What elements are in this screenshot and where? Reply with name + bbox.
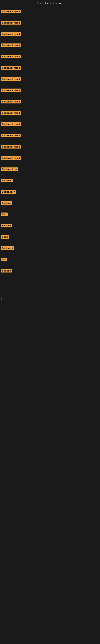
list-item[interactable]: Bottle: [0, 232, 100, 243]
list-item[interactable]: Bottleneck result: [0, 108, 100, 119]
cursor-indicator: |: [1, 297, 1, 301]
list-item[interactable]: Bottlene: [0, 220, 100, 232]
list-item[interactable]: Bottleneck result: [0, 74, 100, 85]
list-item[interactable]: Bottlenec: [0, 176, 100, 186]
bottleneck-badge: Bottleneck result: [1, 134, 21, 137]
list-item[interactable]: Bottlene: [0, 266, 100, 276]
bottleneck-badge: Bottleneck r: [1, 190, 16, 194]
bottleneck-badge: Bottleneck result: [1, 77, 21, 81]
bottleneck-badge: Bottlenec: [1, 179, 13, 182]
bottleneck-badge: Bottleneck result: [1, 100, 21, 104]
list-item[interactable]: Bottleneck result: [0, 29, 100, 40]
bottleneck-badge: Bottleneck result: [1, 145, 21, 148]
list-item[interactable]: Bottlene: [0, 198, 100, 209]
list-item[interactable]: Bottleneck result: [0, 40, 100, 51]
bottleneck-badge: Bottleneck result: [1, 122, 21, 126]
list-item[interactable]: Bott: [0, 209, 100, 220]
list-item[interactable]: Bot: [0, 254, 100, 265]
cursor-area: |: [0, 277, 100, 358]
bottleneck-badge: Bot: [1, 258, 7, 261]
list-item[interactable]: Bottleneck result: [0, 18, 100, 28]
list-item[interactable]: Bottleneck result: [0, 142, 100, 152]
list-item[interactable]: Bottleneck result: [0, 119, 100, 130]
bottleneck-badge: Bottleneck result: [1, 156, 21, 160]
list-item[interactable]: Bottleneck r: [0, 187, 100, 198]
items-container: Bottleneck resultBottleneck resultBottle…: [0, 6, 100, 276]
bottleneck-badge: Bottleneck result: [1, 44, 21, 47]
list-item[interactable]: Bottleneck result: [0, 63, 100, 74]
bottleneck-badge: Bott: [1, 212, 8, 216]
bottleneck-badge: Bottleneck result: [1, 10, 21, 13]
list-item[interactable]: Bottleneck result: [0, 130, 100, 141]
bottleneck-badge: Bottleneck result: [1, 111, 21, 115]
bottleneck-badge: Bottleneck result: [1, 32, 21, 36]
bottleneck-badge: Bottlene: [1, 269, 12, 272]
list-item[interactable]: Bottleneck result: [0, 6, 100, 17]
list-item[interactable]: Bottleneck result: [0, 96, 100, 108]
list-item[interactable]: Bottleneck: [0, 243, 100, 254]
bottleneck-badge: Bottleneck result: [1, 21, 21, 24]
bottleneck-badge: Bottlene: [1, 224, 12, 228]
bottleneck-badge: Bottle: [1, 235, 9, 239]
list-item[interactable]: Bottleneck result: [0, 85, 100, 96]
bottleneck-badge: Bottleneck res: [1, 168, 18, 171]
list-item[interactable]: Bottleneck result: [0, 52, 100, 62]
site-title: TheBottlenecker.com: [0, 0, 100, 6]
list-item[interactable]: Bottleneck result: [0, 153, 100, 164]
bottleneck-badge: Bottleneck: [1, 246, 14, 250]
bottleneck-badge: Bottleneck result: [1, 66, 21, 70]
list-item[interactable]: Bottleneck res: [0, 164, 100, 175]
bottleneck-badge: Bottleneck result: [1, 88, 21, 92]
bottleneck-badge: Bottlene: [1, 201, 12, 205]
bottleneck-badge: Bottleneck result: [1, 55, 21, 58]
